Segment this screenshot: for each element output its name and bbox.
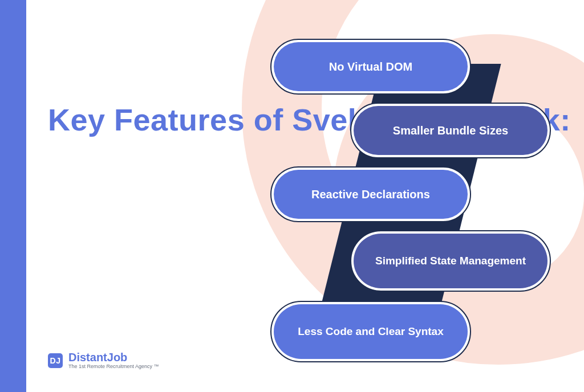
brand-logo: DJ DistantJob The 1st Remote Recruitment… (48, 352, 159, 369)
feature-stack: No Virtual DOM Smaller Bundle Sizes Reac… (262, 42, 559, 367)
feature-item-4: Simplified State Management (354, 234, 548, 288)
feature-label: No Virtual DOM (329, 60, 412, 74)
feature-label: Smaller Bundle Sizes (393, 124, 508, 138)
feature-label: Reactive Declarations (311, 187, 430, 202)
feature-item-2: Smaller Bundle Sizes (354, 106, 548, 155)
feature-item-3: Reactive Declarations (274, 170, 468, 219)
logo-mark-text: DJ (50, 356, 61, 365)
logo-mark-icon: DJ (48, 353, 63, 368)
logo-tagline: The 1st Remote Recruitment Agency ™ (68, 364, 159, 369)
logo-text-block: DistantJob The 1st Remote Recruitment Ag… (68, 352, 159, 369)
feature-pill: Reactive Declarations (274, 170, 468, 219)
feature-pill: Less Code and Clear Syntax (274, 304, 468, 359)
feature-pill: Smaller Bundle Sizes (354, 106, 548, 155)
feature-item-5: Less Code and Clear Syntax (274, 304, 468, 359)
feature-item-1: No Virtual DOM (274, 42, 468, 91)
logo-name: DistantJob (68, 352, 159, 363)
feature-label: Less Code and Clear Syntax (298, 325, 444, 338)
feature-pill: No Virtual DOM (274, 42, 468, 91)
feature-label: Simplified State Management (375, 254, 526, 268)
accent-bar (0, 0, 26, 392)
feature-pill: Simplified State Management (354, 234, 548, 288)
